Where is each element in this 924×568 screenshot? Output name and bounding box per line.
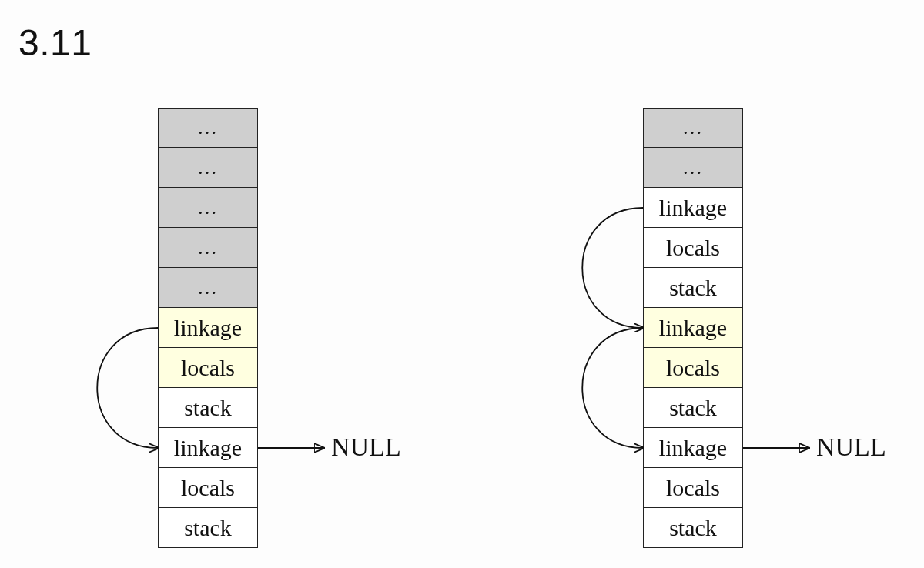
left-stack-cell-8-linkage: linkage xyxy=(158,428,258,468)
arrow-overlay xyxy=(0,0,924,568)
null-label: NULL xyxy=(331,433,401,462)
left-stack-cell-1-dots: … xyxy=(158,148,258,188)
back-pointer-arc xyxy=(582,208,643,328)
right-stack-cell-3-locals: locals xyxy=(643,228,743,268)
right-stack-cell-1-dots: … xyxy=(643,148,743,188)
left-stack-cell-9-locals: locals xyxy=(158,468,258,508)
right-stack-cell-6-locals: locals xyxy=(643,348,743,388)
left-stack: ……………linkagelocalsstacklinkagelocalsstac… xyxy=(158,108,258,548)
null-label: NULL xyxy=(816,433,886,462)
right-stack-cell-4-stack: stack xyxy=(643,268,743,308)
version-label: 3.11 xyxy=(18,22,92,64)
right-stack-cell-5-linkage: linkage xyxy=(643,308,743,348)
right-stack: ……linkagelocalsstacklinkagelocalsstackli… xyxy=(643,108,743,548)
left-stack-cell-6-locals: locals xyxy=(158,348,258,388)
left-stack-cell-10-stack: stack xyxy=(158,508,258,548)
back-pointer-arc xyxy=(97,328,158,448)
left-stack-cell-0-dots: … xyxy=(158,108,258,148)
left-stack-cell-7-stack: stack xyxy=(158,388,258,428)
right-stack-cell-0-dots: … xyxy=(643,108,743,148)
right-stack-cell-8-linkage: linkage xyxy=(643,428,743,468)
left-stack-cell-4-dots: … xyxy=(158,268,258,308)
right-stack-cell-2-linkage: linkage xyxy=(643,188,743,228)
left-stack-cell-2-dots: … xyxy=(158,188,258,228)
right-stack-cell-10-stack: stack xyxy=(643,508,743,548)
left-stack-cell-5-linkage: linkage xyxy=(158,308,258,348)
right-stack-cell-9-locals: locals xyxy=(643,468,743,508)
back-pointer-arc xyxy=(582,328,643,448)
left-stack-cell-3-dots: … xyxy=(158,228,258,268)
right-stack-cell-7-stack: stack xyxy=(643,388,743,428)
